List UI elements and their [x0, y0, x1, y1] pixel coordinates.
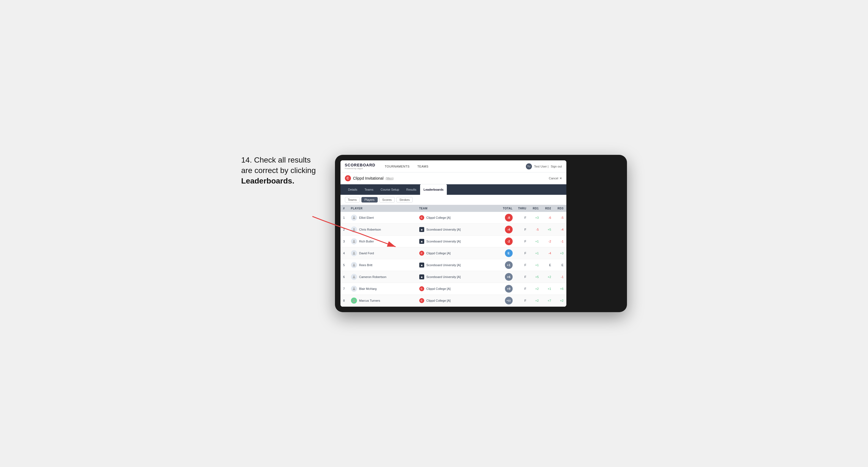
- user-name: Test User |: [534, 165, 549, 168]
- player-avatar: [351, 215, 357, 221]
- cell-rd2: -2: [541, 236, 554, 247]
- cell-player: Blair McHarg: [348, 283, 416, 295]
- cell-rd3: +2: [554, 295, 566, 307]
- cell-team: CClippd College [A]: [416, 295, 493, 307]
- cell-player: Elliot Ebert: [348, 212, 416, 224]
- team-name: Clippd College [A]: [427, 252, 451, 255]
- cell-rd1: +1: [529, 247, 541, 259]
- outer-wrapper: 14. Check all results are correct by cli…: [241, 155, 627, 312]
- tab-leaderboards[interactable]: Leaderboards: [420, 184, 447, 195]
- nav-tournaments[interactable]: TOURNAMENTS: [381, 160, 413, 173]
- table-row: 1Elliot EbertCClippd College [A]-8F+3-6-…: [340, 212, 566, 224]
- svg-point-4: [353, 252, 354, 253]
- instruction-emphasis: Leaderboards.: [241, 177, 294, 185]
- cell-team: ▦Scoreboard University [A]: [416, 236, 493, 247]
- cell-total: +11: [493, 295, 516, 307]
- cell-thru: F: [516, 236, 529, 247]
- tablet-frame: SCOREBOARD Powered by clippd TOURNAMENTS…: [335, 155, 627, 312]
- player-avatar: [351, 226, 357, 232]
- svg-point-3: [353, 240, 354, 241]
- cell-rank: 2: [340, 224, 348, 236]
- cell-rd3: +3: [554, 247, 566, 259]
- svg-point-7: [353, 287, 354, 289]
- cell-player: Rich Butler: [348, 236, 416, 247]
- sign-out-link[interactable]: Sign out: [551, 165, 562, 168]
- cell-rd1: +5: [529, 271, 541, 283]
- player-avatar: [351, 286, 357, 292]
- tournament-header: C Clippd Invitational (Men) Cancel ✕: [340, 173, 566, 184]
- cell-total: +6: [493, 271, 516, 283]
- score-badge: +6: [505, 273, 513, 281]
- team-logo-c: C: [419, 251, 424, 256]
- cell-rd2: E: [541, 259, 554, 271]
- col-rank: #: [340, 205, 348, 212]
- cell-total: E: [493, 247, 516, 259]
- cell-player: Rees Britt: [348, 259, 416, 271]
- col-rd3: RD3: [554, 205, 566, 212]
- team-name: Scoreboard University [A]: [427, 275, 461, 279]
- svg-point-6: [353, 276, 354, 277]
- cell-rd2: -4: [541, 247, 554, 259]
- table-row: 2Chris Robertson▦Scoreboard University […: [340, 224, 566, 236]
- player-avatar: [351, 298, 357, 304]
- tab-teams[interactable]: Teams: [361, 184, 377, 195]
- table-row: 4David FordCClippd College [A]EF+1-4+3: [340, 247, 566, 259]
- player-name: Marcus Turners: [359, 299, 380, 302]
- cell-rd1: +2: [529, 295, 541, 307]
- team-logo-s: ▦: [419, 239, 424, 244]
- logo-area: SCOREBOARD Powered by clippd: [345, 163, 375, 170]
- cell-team: ▦Scoreboard University [A]: [416, 259, 493, 271]
- cell-team: ▦Scoreboard University [A]: [416, 271, 493, 283]
- col-rd1: RD1: [529, 205, 541, 212]
- cell-total: -8: [493, 212, 516, 224]
- player-avatar: [351, 250, 357, 256]
- filter-teams-btn[interactable]: Teams: [345, 197, 360, 203]
- cell-team: CClippd College [A]: [416, 212, 493, 224]
- tournament-logo: C: [345, 175, 351, 181]
- tab-details[interactable]: Details: [345, 184, 361, 195]
- player-name: Elliot Ebert: [359, 216, 374, 219]
- cell-thru: F: [516, 259, 529, 271]
- logo-sub: Powered by clippd: [345, 167, 375, 170]
- cell-team: CClippd College [A]: [416, 247, 493, 259]
- table-row: 5Rees Britt▦Scoreboard University [A]+1F…: [340, 259, 566, 271]
- table-header-row: # PLAYER TEAM TOTAL THRU RD1 RD2 RD3: [340, 205, 566, 212]
- cell-rd2: +1: [541, 283, 554, 295]
- team-name: Clippd College [A]: [427, 287, 451, 290]
- team-logo-c: C: [419, 215, 424, 220]
- score-badge: -2: [505, 238, 513, 245]
- nav-links: TOURNAMENTS TEAMS: [381, 160, 526, 173]
- filter-strokes-btn[interactable]: Strokes: [396, 197, 413, 203]
- cell-rank: 5: [340, 259, 348, 271]
- cell-rank: 7: [340, 283, 348, 295]
- cell-rd1: +3: [529, 212, 541, 224]
- tab-bar: Details Teams Course Setup Results Leade…: [340, 184, 566, 195]
- table-row: 7Blair McHargCClippd College [A]+9F+2+1+…: [340, 283, 566, 295]
- team-logo-s: ▦: [419, 262, 424, 268]
- filter-row: Teams Players Scores Strokes: [340, 195, 566, 205]
- nav-teams[interactable]: TEAMS: [413, 160, 432, 173]
- tab-course-setup[interactable]: Course Setup: [377, 184, 402, 195]
- team-name: Scoreboard University [A]: [427, 263, 461, 267]
- score-badge: +9: [505, 285, 513, 292]
- cell-rank: 8: [340, 295, 348, 307]
- tab-results[interactable]: Results: [403, 184, 420, 195]
- cell-rd1: -5: [529, 224, 541, 236]
- cancel-button[interactable]: Cancel ✕: [549, 177, 562, 180]
- cell-thru: F: [516, 212, 529, 224]
- svg-point-1: [353, 216, 354, 218]
- logo-text: SCOREBOARD: [345, 163, 375, 167]
- svg-point-8: [353, 299, 354, 301]
- player-avatar: [351, 274, 357, 280]
- cell-rd2: +5: [541, 224, 554, 236]
- cell-total: +1: [493, 259, 516, 271]
- cell-total: -2: [493, 236, 516, 247]
- filter-scores-btn[interactable]: Scores: [379, 197, 395, 203]
- tablet-screen: SCOREBOARD Powered by clippd TOURNAMENTS…: [340, 160, 566, 307]
- filter-players-btn[interactable]: Players: [362, 197, 378, 203]
- cell-rank: 3: [340, 236, 348, 247]
- player-name: Rich Butler: [359, 240, 374, 243]
- cell-team: CClippd College [A]: [416, 283, 493, 295]
- col-total: TOTAL: [493, 205, 516, 212]
- top-nav: SCOREBOARD Powered by clippd TOURNAMENTS…: [340, 160, 566, 173]
